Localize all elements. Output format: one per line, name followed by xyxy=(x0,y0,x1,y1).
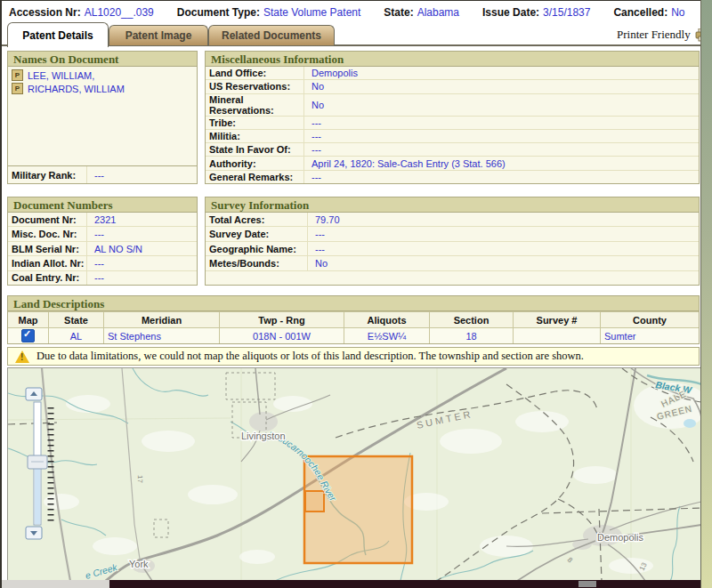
col-section: Section xyxy=(430,311,514,327)
land-table-header: Map State Meridian Twp - Rng Aliquots Se… xyxy=(8,311,699,327)
field-value: --- xyxy=(86,271,197,285)
field-label: Militia: xyxy=(206,131,303,141)
page-background-strip xyxy=(700,0,712,588)
aliquots-cell: E½SW¼ xyxy=(344,327,430,343)
meridian-cell: St Stephens xyxy=(104,327,220,343)
county-cell: Sumter xyxy=(601,327,699,343)
patentee-icon: P xyxy=(12,69,23,81)
field-value: --- xyxy=(86,256,197,270)
field-value: 2321 xyxy=(86,213,197,226)
state-value: Alabama xyxy=(417,6,459,19)
col-county: County xyxy=(601,311,699,327)
doctype-value: State Volume Patent xyxy=(263,6,360,19)
field-label: General Remarks: xyxy=(206,172,303,182)
misc-information-panel: Miscellaneous Information Land Office:De… xyxy=(205,51,700,184)
horizontal-scrollbar[interactable] xyxy=(2,580,700,588)
issuedate-field: Issue Date:3/15/1837 xyxy=(482,4,590,20)
misc-row-state-in-favor-of: State In Favor Of:--- xyxy=(206,143,699,157)
tab-related-documents[interactable]: Related Documents xyxy=(208,25,335,45)
misc-row-general-remarks: General Remarks:--- xyxy=(206,171,699,183)
misc-rows: Land Office:Demopolis US Reservations:No… xyxy=(206,67,699,183)
field-value: April 24, 1820: Sale-Cash Entry (3 Stat.… xyxy=(303,157,699,169)
tab-patent-image[interactable]: Patent Image xyxy=(109,25,208,45)
section-parcel[interactable] xyxy=(305,491,324,511)
map-cell xyxy=(8,327,49,343)
warning-text: Due to data limitations, we could not ma… xyxy=(36,350,584,363)
cancelled-label: Cancelled: xyxy=(613,6,668,19)
field-label: Total Acres: xyxy=(206,214,307,225)
map-limitation-warning: Due to data limitations, we could not ma… xyxy=(7,347,700,366)
patentee-name-link[interactable]: RICHARDS, WILLIAM xyxy=(28,84,125,94)
field-label: Document Nr: xyxy=(8,214,86,225)
township-map[interactable]: Sucarnoochee River Black W e Creek SUMTE… xyxy=(7,367,702,582)
town-label-demopolis: Demopolis xyxy=(597,532,643,543)
map-canvas[interactable]: Sucarnoochee River Black W e Creek SUMTE… xyxy=(8,368,701,581)
tab-patent-details[interactable]: Patent Details xyxy=(7,22,109,47)
col-meridian: Meridian xyxy=(104,311,220,327)
survey-row-geographic-name: Geographic Name:--- xyxy=(206,242,699,256)
land-panel-title: Land Descriptions xyxy=(8,296,699,311)
scrollbar-thumb[interactable] xyxy=(2,580,109,588)
patentee-icon: P xyxy=(12,83,23,94)
field-label: US Reservations: xyxy=(206,81,303,92)
survey-row-total-acres: Total Acres:79.70 xyxy=(206,213,699,227)
survey-information-panel: Survey Information Total Acres:79.70 Sur… xyxy=(205,197,700,286)
patent-details-page: Accession Nr:AL1020__.039 Document Type:… xyxy=(0,0,712,588)
doc-row-blm-serial-nr: BLM Serial Nr:AL NO S/N xyxy=(8,242,197,256)
issuedate-value: 3/15/1837 xyxy=(543,6,590,19)
scrollbar-segment xyxy=(578,581,596,587)
printer-friendly-label: Printer Friendly xyxy=(617,28,691,42)
cancelled-field: Cancelled:No xyxy=(613,4,684,20)
document-numbers-panel: Document Numbers Document Nr:2321 Misc. … xyxy=(7,197,198,286)
field-value: No xyxy=(303,94,699,116)
pond xyxy=(684,419,696,428)
field-label: State In Favor Of: xyxy=(206,144,303,155)
zoom-slider-fill xyxy=(35,468,40,524)
col-aliquots: Aliquots xyxy=(344,311,430,327)
field-value: --- xyxy=(303,117,699,129)
field-label: Authority: xyxy=(206,158,303,169)
names-list: P LEE, WILLIAM, P RICHARDS, WILLIAM xyxy=(8,67,197,165)
field-value: --- xyxy=(303,143,699,156)
military-rank-row: Military Rank: --- xyxy=(8,165,197,183)
state-cell: AL xyxy=(49,327,104,343)
issuedate-label: Issue Date: xyxy=(482,6,539,19)
survey-nr-cell xyxy=(514,327,601,343)
doctype-field: Document Type:State Volume Patent xyxy=(177,4,361,20)
doc-rows: Document Nr:2321 Misc. Doc. Nr:--- BLM S… xyxy=(8,213,197,285)
accession-value: AL1020__.039 xyxy=(85,6,154,19)
doc-row-misc-doc-nr: Misc. Doc. Nr:--- xyxy=(8,227,197,241)
col-map: Map xyxy=(8,311,49,327)
land-descriptions-panel: Land Descriptions Map State Meridian Twp… xyxy=(7,295,700,344)
survey-row-survey-date: Survey Date:--- xyxy=(206,227,699,241)
doc-row-document-nr: Document Nr:2321 xyxy=(8,213,197,227)
misc-row-authority: Authority:April 24, 1820: Sale-Cash Entr… xyxy=(206,157,699,170)
field-value: 79.70 xyxy=(307,213,699,226)
survey-row-metes-bounds: Metes/Bounds:No xyxy=(206,256,699,270)
misc-row-us-reservations: US Reservations:No xyxy=(206,80,699,93)
col-state: State xyxy=(49,311,104,327)
map-checkbox[interactable] xyxy=(21,329,35,342)
survey-rows: Total Acres:79.70 Survey Date:--- Geogra… xyxy=(206,213,699,285)
field-value: --- xyxy=(86,227,197,240)
field-label: Tribe: xyxy=(206,117,303,128)
col-survey-nr: Survey # xyxy=(514,311,601,327)
field-label: Geographic Name: xyxy=(206,244,307,254)
field-label: Coal Entry. Nr: xyxy=(8,272,86,283)
names-panel-title: Names On Document xyxy=(8,52,197,67)
accession-field: Accession Nr:AL1020__.039 xyxy=(9,4,154,20)
patentee-name-link[interactable]: LEE, WILLIAM, xyxy=(28,70,94,81)
military-rank-label: Military Rank: xyxy=(8,170,86,181)
cancelled-value: No xyxy=(671,6,684,19)
survey-panel-title: Survey Information xyxy=(206,197,699,213)
misc-row-land-office: Land Office:Demopolis xyxy=(206,67,699,80)
twp-rng-cell: 018N - 001W xyxy=(220,327,344,343)
printer-friendly-button[interactable]: Printer Friendly xyxy=(617,28,710,42)
road-label-17: 17 xyxy=(136,475,144,483)
field-value: No xyxy=(303,80,699,93)
field-label: Survey Date: xyxy=(206,229,307,239)
field-value: Demopolis xyxy=(303,67,699,79)
warning-icon xyxy=(15,350,29,363)
town-label-york: York xyxy=(129,559,149,569)
doctype-label: Document Type: xyxy=(177,6,260,19)
